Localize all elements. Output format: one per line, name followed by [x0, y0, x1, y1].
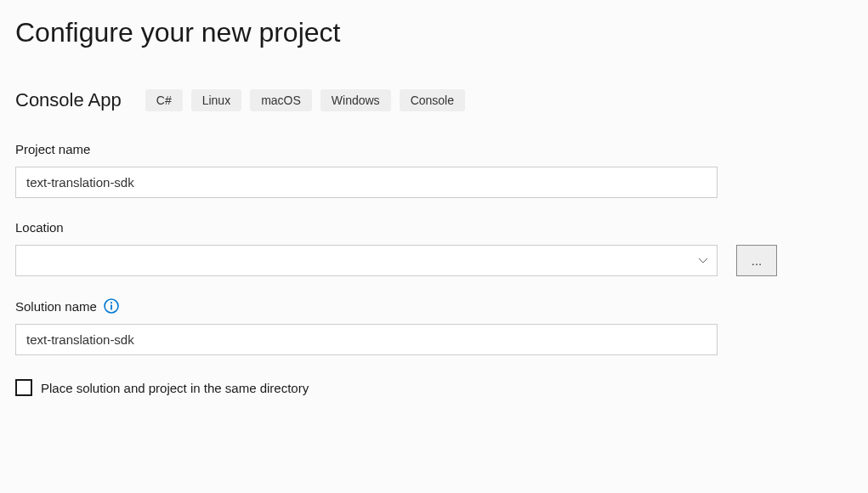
- solution-name-group: Solution name: [15, 298, 853, 355]
- location-combo[interactable]: [15, 245, 718, 276]
- location-input[interactable]: [15, 245, 718, 276]
- project-name-label: Project name: [15, 142, 853, 156]
- solution-name-label: Solution name: [15, 298, 853, 314]
- template-tags: C# Linux macOS Windows Console: [145, 89, 465, 111]
- browse-button[interactable]: ...: [736, 245, 777, 276]
- tag: Linux: [191, 89, 241, 111]
- tag: Windows: [321, 89, 391, 111]
- info-icon[interactable]: [104, 298, 119, 314]
- location-group: Location ...: [15, 220, 853, 276]
- template-name: Console App: [15, 89, 122, 111]
- svg-rect-2: [111, 305, 112, 310]
- page-title: Configure your new project: [15, 17, 853, 48]
- same-directory-label[interactable]: Place solution and project in the same d…: [41, 381, 309, 395]
- tag: macOS: [250, 89, 312, 111]
- solution-name-input[interactable]: [15, 324, 718, 355]
- template-row: Console App C# Linux macOS Windows Conso…: [15, 89, 853, 111]
- same-directory-row: Place solution and project in the same d…: [15, 379, 853, 396]
- same-directory-checkbox[interactable]: [15, 379, 32, 396]
- solution-name-label-text: Solution name: [15, 299, 97, 314]
- project-name-input[interactable]: [15, 167, 718, 198]
- location-label: Location: [15, 220, 853, 235]
- project-name-group: Project name: [15, 142, 853, 198]
- tag: Console: [400, 89, 465, 111]
- svg-point-1: [111, 302, 112, 303]
- tag: C#: [145, 89, 183, 111]
